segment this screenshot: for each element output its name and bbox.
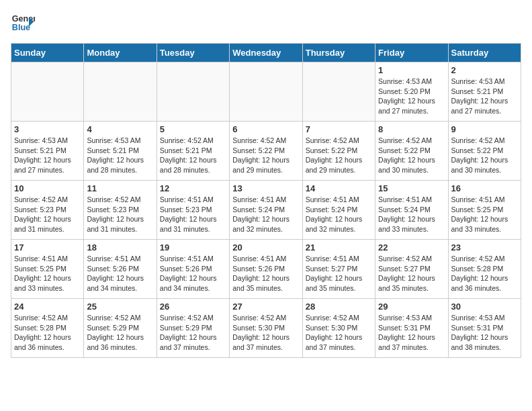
day-info: Sunrise: 4:53 AM Sunset: 5:21 PM Dayligh… [451,77,518,116]
day-number: 12 [160,183,226,193]
day-info: Sunrise: 4:53 AM Sunset: 5:21 PM Dayligh… [87,136,153,175]
day-info: Sunrise: 4:52 AM Sunset: 5:22 PM Dayligh… [451,136,518,175]
calendar-cell [230,62,302,122]
day-number: 25 [87,302,153,312]
day-number: 16 [451,183,518,193]
calendar-cell: 23Sunrise: 4:52 AM Sunset: 5:28 PM Dayli… [448,240,521,299]
calendar-week-1: 1Sunrise: 4:53 AM Sunset: 5:20 PM Daylig… [11,62,521,122]
day-number: 15 [378,183,445,193]
calendar-cell: 2Sunrise: 4:53 AM Sunset: 5:21 PM Daylig… [448,62,521,122]
calendar-cell: 26Sunrise: 4:52 AM Sunset: 5:29 PM Dayli… [157,299,229,358]
day-number: 9 [451,124,518,134]
calendar-cell: 30Sunrise: 4:53 AM Sunset: 5:31 PM Dayli… [448,299,521,358]
day-number: 22 [378,242,445,253]
day-number: 23 [451,242,518,253]
calendar-cell: 29Sunrise: 4:53 AM Sunset: 5:31 PM Dayli… [375,299,448,358]
calendar-header-row: SundayMondayTuesdayWednesdayThursdayFrid… [11,44,521,62]
day-info: Sunrise: 4:52 AM Sunset: 5:22 PM Dayligh… [232,136,299,175]
day-info: Sunrise: 4:51 AM Sunset: 5:25 PM Dayligh… [451,195,518,234]
day-number: 28 [306,302,372,312]
calendar-cell: 7Sunrise: 4:52 AM Sunset: 5:22 PM Daylig… [302,122,375,181]
calendar-cell [302,62,375,122]
day-info: Sunrise: 4:53 AM Sunset: 5:21 PM Dayligh… [14,136,81,175]
day-info: Sunrise: 4:51 AM Sunset: 5:26 PM Dayligh… [232,254,299,293]
day-info: Sunrise: 4:52 AM Sunset: 5:30 PM Dayligh… [232,313,299,353]
day-number: 21 [306,242,372,253]
column-header-friday: Friday [375,44,448,62]
day-number: 4 [87,124,153,134]
day-number: 30 [451,302,518,312]
day-info: Sunrise: 4:51 AM Sunset: 5:24 PM Dayligh… [378,195,445,234]
day-info: Sunrise: 4:52 AM Sunset: 5:27 PM Dayligh… [378,254,445,293]
day-number: 10 [14,183,81,193]
day-number: 27 [232,302,299,312]
calendar-cell: 15Sunrise: 4:51 AM Sunset: 5:24 PM Dayli… [375,181,448,240]
day-number: 6 [232,124,299,134]
calendar-cell [157,62,229,122]
day-info: Sunrise: 4:52 AM Sunset: 5:21 PM Dayligh… [160,136,226,175]
day-info: Sunrise: 4:51 AM Sunset: 5:23 PM Dayligh… [160,195,226,234]
day-info: Sunrise: 4:52 AM Sunset: 5:23 PM Dayligh… [14,195,81,234]
day-info: Sunrise: 4:52 AM Sunset: 5:22 PM Dayligh… [306,136,372,175]
calendar-cell: 28Sunrise: 4:52 AM Sunset: 5:30 PM Dayli… [302,299,375,358]
calendar-cell: 21Sunrise: 4:51 AM Sunset: 5:27 PM Dayli… [302,240,375,299]
day-number: 19 [160,242,226,253]
calendar-cell: 22Sunrise: 4:52 AM Sunset: 5:27 PM Dayli… [375,240,448,299]
calendar-cell: 13Sunrise: 4:51 AM Sunset: 5:24 PM Dayli… [230,181,302,240]
calendar-cell: 19Sunrise: 4:51 AM Sunset: 5:26 PM Dayli… [157,240,229,299]
day-number: 13 [232,183,299,193]
calendar-cell: 20Sunrise: 4:51 AM Sunset: 5:26 PM Dayli… [230,240,302,299]
day-number: 7 [306,124,372,134]
column-header-wednesday: Wednesday [230,44,302,62]
calendar-cell: 1Sunrise: 4:53 AM Sunset: 5:20 PM Daylig… [375,62,448,122]
calendar-week-4: 17Sunrise: 4:51 AM Sunset: 5:25 PM Dayli… [11,240,521,299]
calendar-cell: 3Sunrise: 4:53 AM Sunset: 5:21 PM Daylig… [11,122,84,181]
calendar-cell: 5Sunrise: 4:52 AM Sunset: 5:21 PM Daylig… [157,122,229,181]
svg-text:Blue: Blue [12,23,30,32]
day-number: 8 [378,124,445,134]
calendar-week-2: 3Sunrise: 4:53 AM Sunset: 5:21 PM Daylig… [11,122,521,181]
calendar-cell: 10Sunrise: 4:52 AM Sunset: 5:23 PM Dayli… [11,181,84,240]
day-info: Sunrise: 4:51 AM Sunset: 5:24 PM Dayligh… [232,195,299,234]
day-number: 5 [160,124,226,134]
calendar-cell: 6Sunrise: 4:52 AM Sunset: 5:22 PM Daylig… [230,122,302,181]
calendar-cell: 11Sunrise: 4:52 AM Sunset: 5:23 PM Dayli… [84,181,157,240]
logo: General Blue [11,11,38,35]
day-info: Sunrise: 4:51 AM Sunset: 5:26 PM Dayligh… [160,254,226,293]
day-info: Sunrise: 4:52 AM Sunset: 5:30 PM Dayligh… [306,313,372,353]
column-header-thursday: Thursday [302,44,375,62]
day-info: Sunrise: 4:51 AM Sunset: 5:25 PM Dayligh… [14,254,81,293]
column-header-tuesday: Tuesday [157,44,229,62]
day-info: Sunrise: 4:53 AM Sunset: 5:31 PM Dayligh… [378,313,445,353]
day-number: 2 [451,65,518,75]
day-number: 29 [378,302,445,312]
calendar-cell: 4Sunrise: 4:53 AM Sunset: 5:21 PM Daylig… [84,122,157,181]
calendar-cell: 16Sunrise: 4:51 AM Sunset: 5:25 PM Dayli… [448,181,521,240]
calendar-cell: 27Sunrise: 4:52 AM Sunset: 5:30 PM Dayli… [230,299,302,358]
day-number: 3 [14,124,81,134]
day-number: 14 [306,183,372,193]
calendar-cell: 9Sunrise: 4:52 AM Sunset: 5:22 PM Daylig… [448,122,521,181]
day-number: 18 [87,242,153,253]
calendar-cell: 8Sunrise: 4:52 AM Sunset: 5:22 PM Daylig… [375,122,448,181]
day-info: Sunrise: 4:51 AM Sunset: 5:26 PM Dayligh… [87,254,153,293]
calendar-cell: 18Sunrise: 4:51 AM Sunset: 5:26 PM Dayli… [84,240,157,299]
day-info: Sunrise: 4:52 AM Sunset: 5:28 PM Dayligh… [14,313,81,353]
day-info: Sunrise: 4:52 AM Sunset: 5:23 PM Dayligh… [87,195,153,234]
calendar-cell: 12Sunrise: 4:51 AM Sunset: 5:23 PM Dayli… [157,181,229,240]
day-info: Sunrise: 4:52 AM Sunset: 5:29 PM Dayligh… [87,313,153,353]
day-info: Sunrise: 4:52 AM Sunset: 5:29 PM Dayligh… [160,313,226,353]
day-info: Sunrise: 4:53 AM Sunset: 5:31 PM Dayligh… [451,313,518,353]
day-info: Sunrise: 4:51 AM Sunset: 5:24 PM Dayligh… [306,195,372,234]
calendar-cell: 17Sunrise: 4:51 AM Sunset: 5:25 PM Dayli… [11,240,84,299]
calendar-table: SundayMondayTuesdayWednesdayThursdayFrid… [11,43,521,358]
day-number: 20 [232,242,299,253]
calendar-week-5: 24Sunrise: 4:52 AM Sunset: 5:28 PM Dayli… [11,299,521,358]
calendar-week-3: 10Sunrise: 4:52 AM Sunset: 5:23 PM Dayli… [11,181,521,240]
day-number: 26 [160,302,226,312]
calendar-cell [84,62,157,122]
logo-icon: General Blue [11,11,35,35]
page-header: General Blue [11,11,521,35]
calendar-cell: 25Sunrise: 4:52 AM Sunset: 5:29 PM Dayli… [84,299,157,358]
day-number: 17 [14,242,81,253]
